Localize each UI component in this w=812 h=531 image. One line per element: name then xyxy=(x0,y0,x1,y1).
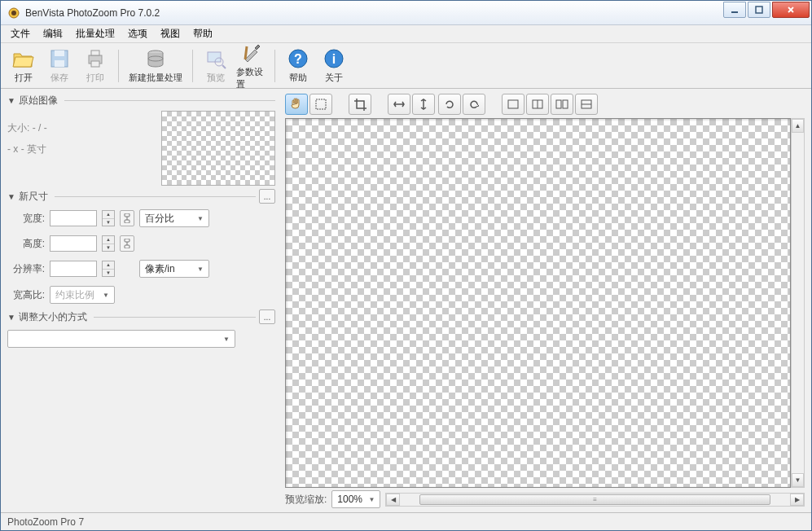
svg-rect-31 xyxy=(563,100,568,108)
info-icon: i xyxy=(323,47,345,70)
preview-area: ▲ ▼ 预览缩放: 100% ▼ ◀ ≡ ▶ xyxy=(282,89,811,512)
select-tool-button[interactable] xyxy=(309,94,332,115)
svg-line-14 xyxy=(222,65,226,68)
scroll-left-icon[interactable]: ◀ xyxy=(386,494,400,506)
aspect-dd-value: 约束比例 xyxy=(55,288,94,302)
width-label: 宽度: xyxy=(7,212,45,226)
orig-thumbnail[interactable] xyxy=(161,111,275,186)
rotate-ccw-button[interactable] xyxy=(438,94,461,115)
toolbar: 打开 保存 打印 新建批量处理 预览 参数设置 ? 帮助 i xyxy=(1,43,811,89)
svg-point-1 xyxy=(11,11,16,15)
toolbar-sep-1 xyxy=(118,50,119,82)
app-icon xyxy=(7,7,20,20)
width-link-button[interactable] xyxy=(120,210,134,226)
window-controls xyxy=(722,2,810,18)
scroll-up-icon[interactable]: ▲ xyxy=(792,119,804,133)
orig-unit-label: - x - 英寸 xyxy=(7,138,153,160)
resize-section-head[interactable]: ▼ 调整大小的方式 ... xyxy=(7,309,275,324)
close-button[interactable] xyxy=(772,2,810,18)
aspect-row: 宽高比: 约束比例 ▼ xyxy=(7,283,275,306)
maximize-button[interactable] xyxy=(748,2,770,18)
canvas-wrap: ▲ ▼ xyxy=(285,118,805,488)
newsize-section-label: 新尺寸 xyxy=(19,190,48,204)
minimize-button[interactable] xyxy=(723,2,746,18)
res-unit-dd-value: 像素/in xyxy=(145,262,175,276)
unit-dropdown[interactable]: 百分比 ▼ xyxy=(139,209,209,227)
svg-rect-21 xyxy=(125,220,129,223)
print-button[interactable]: 打印 xyxy=(79,46,112,86)
batch-button[interactable]: 新建批量处理 xyxy=(125,46,186,86)
menu-edit[interactable]: 编辑 xyxy=(37,24,69,43)
orig-section-label: 原始图像 xyxy=(19,94,58,108)
menu-view[interactable]: 视图 xyxy=(154,24,187,43)
svg-rect-5 xyxy=(55,50,64,56)
flip-h-button[interactable] xyxy=(388,94,410,115)
preview-bottom-bar: 预览缩放: 100% ▼ ◀ ≡ ▶ xyxy=(285,488,805,507)
height-spinner[interactable]: ▲▼ xyxy=(102,235,115,252)
flip-v-button[interactable] xyxy=(412,94,435,115)
width-input[interactable] xyxy=(50,210,97,226)
canvas-vscroll[interactable]: ▲ ▼ xyxy=(791,118,805,488)
titlebar: BenVista PhotoZoom Pro 7.0.2 xyxy=(1,1,811,25)
method-dropdown[interactable]: ▼ xyxy=(7,330,235,348)
svg-text:?: ? xyxy=(294,52,302,66)
about-button[interactable]: i 关于 xyxy=(318,46,350,86)
view-side-button[interactable] xyxy=(551,94,573,115)
help-button[interactable]: ? 帮助 xyxy=(282,46,314,86)
main-area: ▼ 原始图像 大小: - / - - x - 英寸 ▼ 新尺寸 ... 宽度: xyxy=(1,89,811,512)
view-single-button[interactable] xyxy=(502,94,525,115)
menu-options[interactable]: 选项 xyxy=(121,24,154,43)
canvas-hscroll[interactable]: ◀ ≡ ▶ xyxy=(385,493,805,507)
zoom-dropdown[interactable]: 100% ▼ xyxy=(331,490,380,508)
scroll-down-icon[interactable]: ▼ xyxy=(792,473,804,487)
scroll-right-icon[interactable]: ▶ xyxy=(790,494,804,506)
svg-rect-6 xyxy=(55,60,64,67)
menu-file[interactable]: 文件 xyxy=(4,24,37,43)
height-input[interactable] xyxy=(50,235,97,252)
sidebar: ▼ 原始图像 大小: - / - - x - 英寸 ▼ 新尺寸 ... 宽度: xyxy=(1,89,282,512)
width-spinner[interactable]: ▲▼ xyxy=(102,210,115,226)
canvas[interactable] xyxy=(285,118,791,488)
tools-icon xyxy=(240,42,263,64)
save-button[interactable]: 保存 xyxy=(43,46,76,86)
newsize-more-button[interactable]: ... xyxy=(259,189,275,204)
magnifier-icon xyxy=(204,47,227,70)
pan-tool-button[interactable] xyxy=(285,94,308,115)
svg-rect-26 xyxy=(316,99,326,109)
svg-rect-23 xyxy=(125,239,129,242)
height-link-button[interactable] xyxy=(120,235,134,252)
res-input[interactable] xyxy=(50,261,97,277)
res-spinner[interactable]: ▲▼ xyxy=(102,261,115,277)
open-label: 打开 xyxy=(15,72,33,84)
svg-rect-3 xyxy=(756,7,762,13)
toolbar-sep-2 xyxy=(192,50,193,82)
chevron-down-icon: ▼ xyxy=(103,292,109,299)
height-row: 高度: ▲▼ xyxy=(7,233,275,254)
window-title: BenVista PhotoZoom Pro 7.0.2 xyxy=(25,7,722,19)
method-row: ▼ xyxy=(7,327,275,350)
save-label: 保存 xyxy=(50,72,68,84)
rotate-cw-button[interactable] xyxy=(463,94,485,115)
newsize-section-head[interactable]: ▼ 新尺寸 ... xyxy=(7,189,275,204)
svg-rect-2 xyxy=(731,11,738,13)
menu-batch[interactable]: 批量处理 xyxy=(69,24,121,43)
resize-more-button[interactable]: ... xyxy=(259,309,275,324)
params-button[interactable]: 参数设置 xyxy=(235,46,268,86)
crop-button[interactable] xyxy=(349,94,371,115)
view-split-v-button[interactable] xyxy=(575,94,598,115)
print-label: 打印 xyxy=(86,72,104,84)
preview-button[interactable]: 预览 xyxy=(200,46,232,86)
floppy-disk-icon xyxy=(48,47,71,70)
preview-label: 预览 xyxy=(207,72,225,84)
svg-rect-9 xyxy=(91,61,99,67)
scroll-thumb[interactable]: ≡ xyxy=(419,494,770,505)
res-unit-dropdown[interactable]: 像素/in ▼ xyxy=(139,260,209,278)
aspect-dropdown[interactable]: 约束比例 ▼ xyxy=(50,286,115,304)
menu-help[interactable]: 帮助 xyxy=(187,24,219,43)
view-split-h-button[interactable] xyxy=(526,94,549,115)
open-button[interactable]: 打开 xyxy=(7,46,40,86)
statusbar: PhotoZoom Pro 7 xyxy=(1,512,811,530)
orig-section-head[interactable]: ▼ 原始图像 xyxy=(7,94,275,108)
orig-size-label: 大小: - / - xyxy=(7,117,153,138)
resize-section-label: 调整大小的方式 xyxy=(19,310,87,324)
